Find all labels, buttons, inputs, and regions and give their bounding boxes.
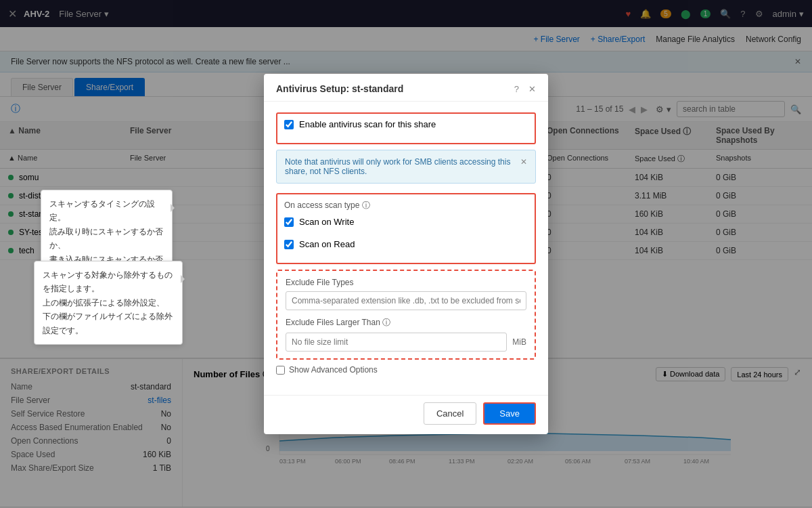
cancel-button[interactable]: Cancel (424, 402, 476, 425)
scan-type-box: On access scan type ⓘ Scan on Write Scan… (276, 193, 536, 264)
scan-on-write-checkbox[interactable] (284, 217, 294, 227)
antivirus-setup-modal: Antivirus Setup: st-standard ? ✕ Enable … (264, 74, 548, 434)
scan-type-checkboxes: Scan on Write Scan on Read (284, 217, 528, 257)
info-close-icon[interactable]: ✕ (520, 157, 527, 167)
save-button[interactable]: Save (483, 402, 536, 425)
callout-exclude-settings: スキャンする対象から除外するものを指定します。 上の欄が拡張子による除外設定、 … (34, 261, 183, 345)
info-message: Note that antivirus will only work for S… (285, 157, 515, 176)
enable-antivirus-text: Enable antivirus scan for this share (299, 119, 436, 129)
exclude-size-row: MiB (286, 333, 526, 352)
scan-on-read-checkbox[interactable] (284, 240, 294, 249)
modal-header-icons: ? ✕ (514, 84, 536, 94)
modal-body: Enable antivirus scan for this share Not… (264, 102, 548, 395)
exclude-size-label: Exclude Files Larger Than ⓘ (286, 317, 526, 329)
modal-footer: Cancel Save (264, 395, 548, 434)
modal-help-icon[interactable]: ? (514, 84, 519, 94)
exclude-files-label: Exclude File Types (286, 278, 526, 287)
callout-exclude-settings-text: スキャンする対象から除外するものを指定します。 上の欄が拡張子による除外設定、 … (43, 270, 173, 335)
scan-on-read-text: Scan on Read (299, 239, 355, 249)
modal-header: Antivirus Setup: st-standard ? ✕ (264, 74, 548, 102)
scan-on-read-label[interactable]: Scan on Read (284, 239, 528, 249)
enable-antivirus-checkbox[interactable] (284, 120, 294, 129)
enable-antivirus-box: Enable antivirus scan for this share (276, 112, 536, 144)
show-advanced-label: Show Advanced Options (289, 365, 378, 375)
show-advanced-row: Show Advanced Options (276, 365, 536, 375)
info-box: Note that antivirus will only work for S… (276, 150, 536, 184)
modal-close-icon[interactable]: ✕ (528, 84, 536, 94)
show-advanced-checkbox[interactable] (276, 366, 285, 375)
enable-antivirus-label[interactable]: Enable antivirus scan for this share (284, 119, 528, 129)
scan-on-write-text: Scan on Write (299, 217, 354, 227)
scan-on-write-label[interactable]: Scan on Write (284, 217, 528, 227)
exclude-files-input[interactable] (286, 291, 526, 310)
exclude-section-box: Exclude File Types Exclude Files Larger … (276, 270, 536, 360)
scan-type-label: On access scan type ⓘ (284, 200, 528, 211)
exclude-size-input[interactable] (286, 333, 507, 352)
modal-title: Antivirus Setup: st-standard (276, 83, 403, 94)
size-unit-label: MiB (512, 337, 526, 347)
